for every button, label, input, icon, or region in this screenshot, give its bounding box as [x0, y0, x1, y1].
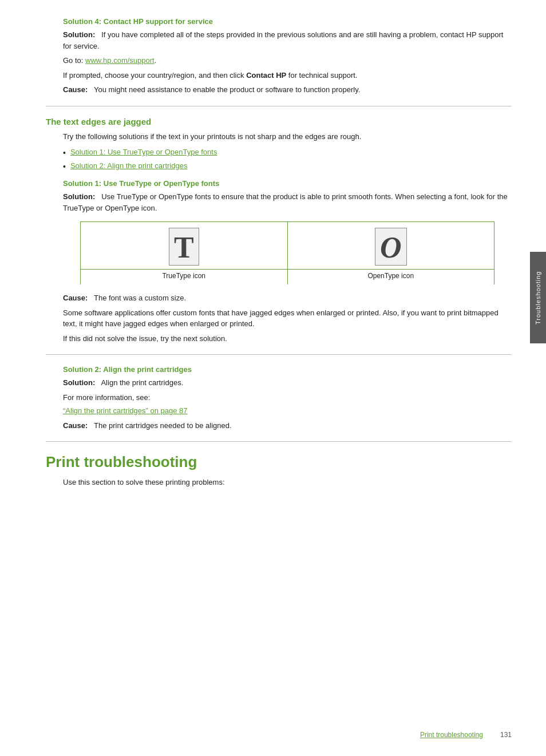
list-item: Solution 1: Use TrueType or OpenType fon… [63, 148, 512, 159]
solution4-solution-text: Solution: If you have completed all of t… [63, 29, 512, 52]
solution4-goto: Go to: www.hp.com/support. [63, 55, 512, 66]
jagged-heading: The text edges are jagged [46, 117, 512, 126]
jagged-intro: Try the following solutions if the text … [63, 131, 512, 143]
solution1-heading: Solution 1: Use TrueType or OpenType fon… [63, 179, 512, 188]
solution4-cause-text: You might need assistance to enable the … [94, 85, 360, 94]
solution4-goto-link[interactable]: www.hp.com/support [85, 56, 155, 65]
font-icon-row: T O [81, 222, 494, 270]
print-troubleshooting-section: Print troubleshooting Use this section t… [46, 453, 512, 488]
opentype-icon-box: O [375, 228, 407, 266]
divider3 [46, 441, 512, 442]
font-icon-table: T O [80, 221, 494, 284]
truetype-label-cell: TrueType icon [81, 270, 288, 285]
solution4-cause: Cause: You might need assistance to enab… [63, 84, 512, 96]
solution4-goto-prefix: Go to: [63, 56, 85, 65]
truetype-icon-box: T [169, 228, 199, 266]
solution4-prompted-suffix: for technical support. [286, 71, 357, 80]
truetype-icon-char: T [174, 231, 194, 264]
solution2-heading: Solution 2: Align the print cartridges [63, 365, 512, 374]
font-icon-label-row: TrueType icon OpenType icon [81, 270, 494, 285]
jagged-bullet-link-1[interactable]: Solution 1: Use TrueType or OpenType fon… [70, 148, 217, 156]
solution2-cause-label: Cause: [63, 421, 88, 430]
divider1 [46, 106, 512, 106]
solution1-solution-text: Solution: Use TrueType or OpenType fonts… [63, 191, 512, 213]
opentype-icon-cell: O [287, 222, 494, 270]
solution4-section: Solution 4: Contact HP support for servi… [46, 17, 512, 96]
footer-page-number: 131 [500, 731, 512, 739]
opentype-icon-char: O [380, 231, 402, 264]
solution2-solution-label: Solution: [63, 378, 95, 387]
solution2-cause-text: The print cartridges needed to be aligne… [94, 421, 232, 430]
solution2-solution-text: Solution: Align the print cartridges. [63, 377, 512, 389]
opentype-label-cell: OpenType icon [287, 270, 494, 285]
jagged-section: The text edges are jagged Try the follow… [46, 117, 512, 345]
jagged-bullet-list: Solution 1: Use TrueType or OpenType fon… [63, 148, 512, 172]
solution1-cause-text: The font was a custom size. [94, 294, 186, 302]
solution2-section: Solution 2: Align the print cartridges S… [46, 365, 512, 431]
print-troubleshooting-heading: Print troubleshooting [46, 453, 512, 471]
solution4-solution-label: Solution: [63, 30, 95, 39]
solution1-cause-label: Cause: [63, 294, 88, 302]
solution1-detail1: Some software applications offer custom … [63, 307, 512, 330]
solution4-contact-hp: Contact HP [246, 71, 286, 80]
solution1-cause: Cause: The font was a custom size. [63, 292, 512, 304]
opentype-icon: O [299, 228, 483, 266]
solution4-prompted-text: If prompted, choose your country/region,… [63, 71, 246, 80]
truetype-icon-cell: T [81, 222, 288, 270]
opentype-label: OpenType icon [367, 272, 414, 280]
solution2-block: Solution: Align the print cartridges. Fo… [63, 377, 512, 431]
solution4-heading: Solution 4: Contact HP support for servi… [63, 17, 512, 26]
truetype-icon: T [92, 228, 276, 266]
solution4-block: Solution: If you have completed all of t… [63, 29, 512, 96]
solution1-solution-label: Solution: [63, 192, 95, 201]
solution4-cause-label: Cause: [63, 85, 88, 94]
solution1-detail2: If this did not solve the issue, try the… [63, 333, 512, 345]
solution2-cartridges-link[interactable]: “Align the print cartridges” on page 87 [63, 406, 188, 415]
list-item: Solution 2: Align the print cartridges [63, 161, 512, 173]
jagged-bullet-link-2[interactable]: Solution 2: Align the print cartridges [70, 161, 188, 170]
solution1-block: Solution: Use TrueType or OpenType fonts… [63, 191, 512, 344]
solution4-solution-body: If you have completed all of the steps p… [63, 30, 503, 50]
side-tab-label: Troubleshooting [535, 271, 541, 324]
page: Troubleshooting Solution 4: Contact HP s… [0, 0, 546, 756]
divider2 [46, 354, 512, 355]
solution2-solution-body: Align the print cartridges. [101, 378, 183, 387]
solution2-more-info: For more information, see: [63, 392, 512, 403]
print-troubleshooting-intro: Use this section to solve these printing… [63, 477, 512, 488]
solution4-prompted: If prompted, choose your country/region,… [63, 70, 512, 81]
side-tab: Troubleshooting [530, 252, 546, 343]
solution2-link: “Align the print cartridges” on page 87 [63, 405, 512, 417]
truetype-label: TrueType icon [162, 272, 205, 280]
solution2-cause: Cause: The print cartridges needed to be… [63, 420, 512, 432]
footer: Print troubleshooting 131 [420, 731, 512, 739]
solution1-solution-body: Use TrueType or OpenType fonts to ensure… [63, 192, 508, 212]
footer-link[interactable]: Print troubleshooting [420, 731, 483, 739]
